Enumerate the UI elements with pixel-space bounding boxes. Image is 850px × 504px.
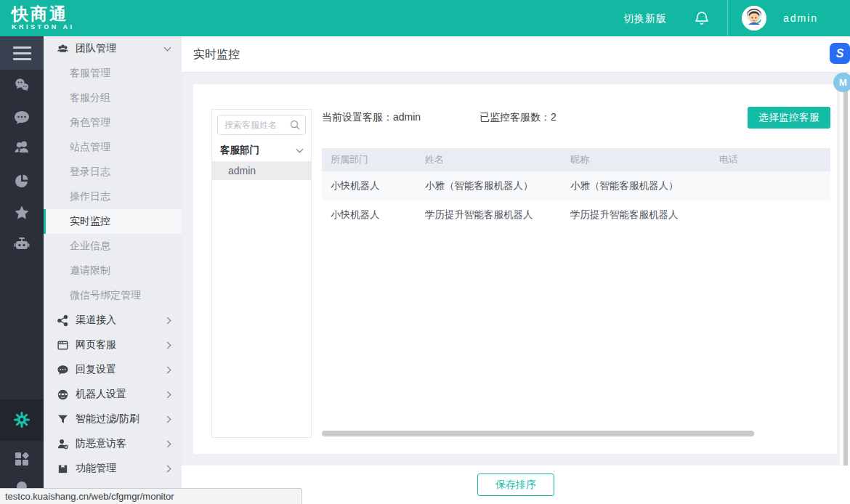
extension-badge-icon[interactable]: S — [830, 43, 850, 64]
apps-grid-icon[interactable] — [13, 450, 31, 468]
page-title-bar: 实时监控 — [182, 36, 850, 73]
monitored-count-info: 已监控客服数：2 — [479, 111, 556, 124]
sidebar-group-label: 机器人设置 — [76, 388, 126, 401]
select-monitor-agents-button[interactable]: 选择监控客服 — [748, 107, 830, 129]
user-avatar[interactable] — [742, 6, 766, 31]
sidebar-group-label: 智能过滤/防刷 — [76, 412, 139, 426]
department-tree-item[interactable]: admin — [212, 161, 311, 180]
app-window: 快商通 KRISTON AI 切换新版 — [0, 0, 850, 504]
cell-name: 学历提升智能客服机器人 — [425, 208, 570, 221]
table-header-row: 所属部门 姓名 昵称 电话 — [322, 148, 830, 171]
settings-gear-icon[interactable] — [13, 411, 31, 428]
sidebar-item-sites[interactable]: 站点管理 — [44, 135, 182, 160]
sidebar-item-realtime-monitor[interactable]: 实时监控 — [44, 209, 182, 234]
cell-name: 小雅（智能客服机器人） — [425, 179, 570, 192]
table-row[interactable]: 小快机器人 小雅（智能客服机器人） 小雅（智能客服机器人） — [322, 171, 830, 200]
search-icon[interactable] — [289, 119, 301, 131]
chevron-down-icon — [296, 146, 304, 153]
icon-rail — [0, 36, 44, 504]
sidebar-item-invite-limit[interactable]: 邀请限制 — [44, 259, 182, 283]
sidebar-item-roles[interactable]: 角色管理 — [44, 110, 182, 135]
sidebar-item-label: 客服分组 — [70, 92, 110, 105]
department-root-node[interactable]: 客服部门 — [212, 139, 311, 161]
chevron-right-icon — [164, 366, 171, 373]
monitor-card: 客服部门 admin 当前设置客服：admin 已监控客服数：2 选择监控客服 … — [193, 84, 837, 454]
sidebar-group-label: 网页客服 — [76, 338, 116, 351]
function-box-icon — [57, 463, 69, 475]
sidebar-item-label: 角色管理 — [70, 116, 110, 129]
sidebar-group-label: 回复设置 — [76, 363, 116, 376]
sidebar-group-team[interactable]: 团队管理 — [44, 36, 182, 61]
sidebar-group-smart-filter[interactable]: 智能过滤/防刷 — [44, 407, 182, 431]
monitored-count-label: 已监控客服数： — [479, 111, 551, 123]
agents-table: 所属部门 姓名 昵称 电话 小快机器人 小雅（智能客服机器人） 小雅（智能客服机… — [322, 148, 830, 229]
filter-funnel-icon — [57, 413, 69, 426]
cell-nickname: 学历提升智能客服机器人 — [570, 208, 719, 221]
sidebar-item-agent-manage[interactable]: 客服管理 — [44, 61, 182, 86]
menu-toggle-button[interactable] — [0, 36, 44, 70]
chevron-right-icon — [164, 465, 171, 472]
sidebar-item-label: 实时监控 — [70, 215, 110, 228]
sidebar-group-channels[interactable]: 渠道接入 — [44, 308, 182, 333]
sidebar-item-agent-groups[interactable]: 客服分组 — [44, 86, 182, 110]
sidebar-group-reply-settings[interactable]: 回复设置 — [44, 357, 182, 382]
page-title: 实时监控 — [182, 36, 850, 72]
sidebar-group-label: 团队管理 — [76, 42, 116, 55]
comment-dots-icon — [57, 364, 69, 376]
chevron-right-icon — [164, 391, 171, 398]
current-agent-info: 当前设置客服：admin — [322, 111, 421, 124]
col-header-phone: 电话 — [719, 153, 830, 166]
sidebar-item-label: 操作日志 — [70, 190, 110, 203]
sidebar-group-robot-settings[interactable]: 机器人设置 — [44, 382, 182, 407]
monitored-count-value: 2 — [551, 111, 556, 123]
save-order-button[interactable]: 保存排序 — [477, 473, 554, 496]
sidebar-item-label: 登录日志 — [70, 166, 110, 179]
sidebar-item-company-info[interactable]: 企业信息 — [44, 234, 182, 259]
sidebar-item-label: 客服管理 — [70, 67, 110, 80]
chevron-down-icon — [164, 44, 171, 52]
sidebar-group-label: 防恶意访客 — [76, 437, 126, 450]
sidebar-item-login-log[interactable]: 登录日志 — [44, 160, 182, 184]
visitors-people-icon[interactable] — [13, 139, 31, 156]
cell-nickname: 小雅（智能客服机器人） — [570, 179, 719, 192]
brand-logo: 快商通 KRISTON AI — [12, 4, 75, 31]
sidebar-item-label: 微信号绑定管理 — [70, 289, 141, 302]
sidebar-group-label: 功能管理 — [76, 462, 116, 475]
chevron-right-icon — [164, 317, 171, 324]
robot-face-icon — [57, 389, 69, 401]
col-header-name: 姓名 — [425, 153, 570, 166]
username-label[interactable]: admin — [783, 0, 818, 36]
sidebar-item-label: 邀请限制 — [70, 264, 110, 277]
sidebar-item-op-log[interactable]: 操作日志 — [44, 184, 182, 209]
share-nodes-icon — [57, 314, 69, 327]
assistant-badge-icon[interactable]: M — [833, 73, 850, 92]
chat-bubble-icon[interactable] — [13, 109, 31, 126]
col-header-department: 所属部门 — [331, 153, 425, 166]
sidebar-group-function-manage[interactable]: 功能管理 — [44, 456, 182, 481]
vertical-scrollbar-thumb[interactable] — [843, 73, 848, 504]
switch-version-link[interactable]: 切换新版 — [623, 0, 667, 36]
horizontal-scrollbar-thumb[interactable] — [322, 431, 754, 436]
hamburger-icon — [13, 43, 31, 64]
favorites-star-icon[interactable] — [13, 204, 31, 221]
chevron-right-icon — [164, 415, 171, 423]
settings-active-block — [0, 399, 44, 441]
statistics-pie-icon[interactable] — [13, 172, 31, 190]
current-agent-label: 当前设置客服： — [322, 111, 393, 123]
cell-department: 小快机器人 — [331, 208, 425, 221]
notification-bell-icon[interactable] — [693, 9, 711, 27]
chevron-right-icon — [164, 440, 171, 447]
sidebar-group-web-chat[interactable]: 网页客服 — [44, 333, 182, 357]
robot-icon[interactable] — [13, 235, 31, 253]
sidebar-menu: 团队管理 客服管理 客服分组 角色管理 站点管理 登录日志 操作日志 实时监控 … — [44, 36, 182, 504]
blocked-visitor-icon — [57, 438, 69, 450]
department-root-label: 客服部门 — [220, 144, 259, 157]
browser-status-bar: testco.kuaishang.cn/web/cfgmgr/monitor — [0, 488, 302, 504]
sidebar-item-label: 企业信息 — [70, 240, 110, 253]
wechat-icon[interactable] — [13, 76, 31, 94]
sidebar-group-anti-malicious[interactable]: 防恶意访客 — [44, 431, 182, 456]
info-row: 当前设置客服：admin 已监控客服数：2 选择监控客服 — [322, 107, 830, 129]
sidebar-item-wechat-binding[interactable]: 微信号绑定管理 — [44, 283, 182, 308]
browser-window-icon — [57, 339, 69, 351]
table-row[interactable]: 小快机器人 学历提升智能客服机器人 学历提升智能客服机器人 — [322, 200, 830, 229]
